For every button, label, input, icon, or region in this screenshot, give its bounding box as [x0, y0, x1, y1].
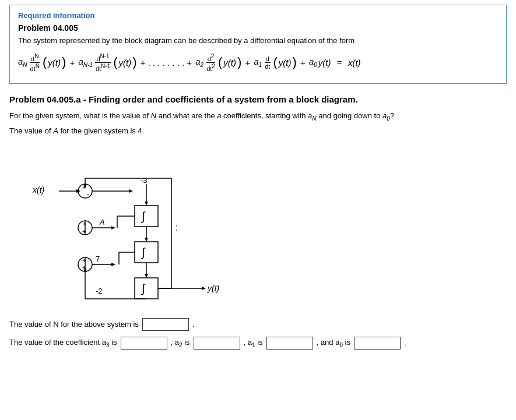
- integrator-2: [135, 242, 158, 263]
- n-label: The value of N for the above system is: [9, 320, 139, 329]
- a0-input[interactable]: [354, 337, 401, 350]
- coeff-answer-row: The value of the coefficient a3 is , a2 …: [9, 337, 507, 350]
- svg-text:∫: ∫: [141, 210, 146, 223]
- n-answer-row: The value of N for the above system is .: [9, 318, 507, 331]
- formula-block: aN dN dtN ( y(t) ) + aN-1 dN-1 dtN-1 ( y…: [18, 51, 498, 74]
- svg-text::: :: [175, 223, 178, 232]
- label-A: A: [99, 218, 105, 227]
- integrator-1: [135, 206, 158, 227]
- a3-label: The value of the coefficient a3 is: [9, 338, 117, 348]
- formula-aN: aN: [18, 57, 27, 68]
- main-content: Problem 04.005.a - Finding order and coe…: [0, 89, 516, 361]
- a1-label: , a1 is: [244, 338, 263, 348]
- block-diagram: x(t) + - -3 ∫ ∫: [27, 143, 248, 306]
- problem-question: For the given system, what is the value …: [9, 111, 507, 122]
- description-text: The system represented by the block diag…: [18, 36, 498, 45]
- label-minus2: -2: [96, 287, 103, 295]
- svg-marker-5: [129, 189, 133, 193]
- svg-text:∫: ∫: [141, 246, 146, 259]
- problem-number: Problem 04.005: [18, 23, 498, 33]
- required-info-box: Required information Problem 04.005 The …: [9, 5, 507, 84]
- a1-input[interactable]: [266, 337, 313, 350]
- n-input[interactable]: [142, 318, 189, 331]
- diagram-svg: x(t) + - -3 ∫ ∫: [27, 143, 248, 306]
- required-info-title: Required information: [18, 11, 498, 20]
- integrator-3: [135, 278, 158, 299]
- xt-label: x(t): [32, 185, 44, 195]
- value-info: The value of A for the given system is 4…: [9, 126, 507, 135]
- svg-marker-10: [145, 238, 148, 242]
- yt-label: y(t): [207, 284, 219, 293]
- formula-frac-N: dN dtN: [29, 53, 41, 72]
- a3-input[interactable]: [121, 337, 167, 350]
- label-7: 7: [96, 255, 100, 263]
- a2-input[interactable]: [194, 337, 240, 350]
- svg-marker-22: [111, 226, 115, 230]
- svg-marker-16: [202, 287, 206, 290]
- svg-marker-7: [145, 202, 148, 206]
- svg-marker-26: [111, 263, 115, 266]
- label-minus3: -3: [141, 176, 148, 185]
- problem-title: Problem 04.005.a - Finding order and coe…: [9, 94, 507, 104]
- a2-label: , a2 is: [171, 338, 190, 348]
- svg-text:∫: ∫: [141, 282, 146, 295]
- svg-text:-: -: [87, 190, 89, 197]
- a0-label: , and a0 is: [317, 338, 350, 348]
- answer-section: The value of N for the above system is .…: [9, 318, 507, 350]
- svg-marker-13: [145, 274, 148, 278]
